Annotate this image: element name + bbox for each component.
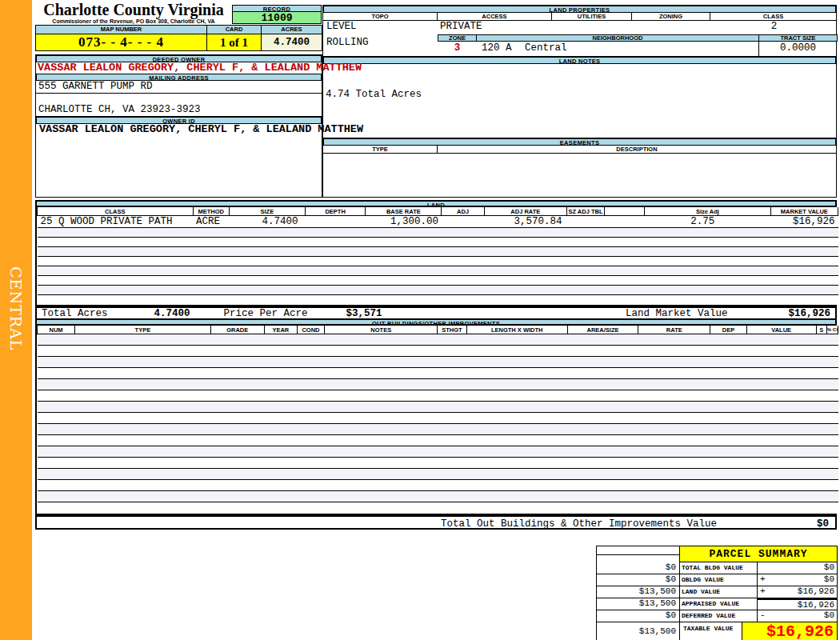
land-notes-area: 4.74 Total Acres: [323, 64, 836, 138]
row-label: TOTAL BLDG VALUE: [680, 562, 758, 574]
empty-row: [38, 368, 838, 379]
empty-row: [38, 357, 838, 368]
out-buildings-table: NUM TYPE GRADE YEAR COND NOTES STHGT LEN…: [37, 326, 838, 514]
outb-col-type: TYPE: [75, 326, 211, 334]
empty-row: [38, 228, 838, 238]
zoning-label: ZONING: [632, 13, 710, 20]
empty-row: [38, 266, 838, 276]
land-section: LAND CLASS METHOD SIZE DEPTH BASE RATE A…: [35, 200, 837, 321]
owner-panel: DEEDED OWNER VASSAR LEALON GREGORY, CHER…: [35, 54, 322, 198]
empty-row: [38, 402, 838, 413]
row-value: $0: [824, 574, 834, 586]
empty-row: [38, 469, 838, 480]
land-cell-base-rate: 1,300.00: [366, 216, 442, 228]
empty-row: [38, 458, 838, 469]
price-per-acre-value: $3,571: [346, 308, 382, 319]
land-col-sz-adj-tbl: SZ ADJ TBL: [566, 207, 604, 216]
out-buildings-section-label: OUT BUILDINGS/OTHER IMPROVEMENTS: [35, 318, 837, 326]
topo-value-1: LEVEL: [326, 22, 357, 32]
parcel-summary-row-land: $13,500 LAND VALUE +$16,926: [597, 586, 837, 598]
row-label: APPRAISED VALUE: [680, 598, 758, 610]
easements-header: TYPE DESCRIPTION: [323, 146, 836, 154]
card-col: CARD 1 of 1: [207, 26, 262, 50]
empty-row: [38, 413, 838, 424]
land-properties-panel: LAND PROPERTIES TOPO ACCESS UTILITIES ZO…: [322, 5, 837, 198]
property-record-card: CENTRAL Charlotte County Virginia Commis…: [0, 0, 840, 640]
empty-row: [38, 424, 838, 435]
mailing-address-line1: 555 GARNETT PUMP RD: [36, 81, 322, 94]
utilities-label: UTILITIES: [552, 13, 632, 20]
outb-col-notes: NOTES: [325, 326, 438, 334]
class-value: 2: [710, 22, 838, 32]
land-table-header-row: CLASS METHOD SIZE DEPTH BASE RATE ADJ AD…: [38, 207, 838, 216]
county-title: Charlotte County Virginia: [35, 2, 232, 18]
out-buildings-empty-rows: [38, 334, 838, 514]
out-buildings-header-row: NUM TYPE GRADE YEAR COND NOTES STHGT LEN…: [38, 326, 838, 334]
parcel-summary-taxable-row: $13,500 TAXABLE VALUE $16,926: [597, 622, 837, 640]
tract-size-label: TRACT SIZE: [758, 34, 838, 42]
district-label: CENTRAL: [7, 266, 25, 350]
neighborhood-label: NEIGHBORHOOD: [476, 34, 759, 42]
record-label: RECORD: [232, 5, 322, 12]
map-number-col: MAP NUMBER 073- - 4- - - 4: [36, 26, 207, 50]
empty-row: [38, 491, 838, 502]
parcel-summary: PARCEL SUMMARY $0 TOTAL BLDG VALUE $0 $0…: [596, 546, 838, 640]
outb-col-length-width: LENGTH X WIDTH: [466, 326, 567, 334]
out-buildings-table-box: NUM TYPE GRADE YEAR COND NOTES STHGT LEN…: [35, 326, 837, 515]
land-col-size-adj: Size Adj: [645, 207, 770, 216]
empty-row: [38, 446, 838, 458]
mailing-address-gap: [36, 94, 322, 104]
owner-id-value: VASSAR LEALON GREGORY, CHERYL F, & LEALA…: [36, 124, 322, 135]
row-value: $0: [824, 562, 834, 574]
total-acres-value: 4.7400: [154, 308, 190, 319]
parcel-summary-row-deferred: $0 DEFERRED VALUE -$0: [597, 610, 837, 622]
county-subtitle: Commissioner of the Revenue, PO Box 308,…: [35, 18, 232, 25]
access-label: ACCESS: [438, 13, 552, 20]
land-properties-label: LAND PROPERTIES: [323, 6, 836, 13]
empty-row: [38, 286, 838, 295]
row-value: $0: [824, 610, 834, 622]
land-data-row: 25 Q WOOD PRIVATE PATH ACRE 4.7400 1,300…: [38, 216, 838, 228]
land-properties-header: TOPO ACCESS UTILITIES ZONING CLASS: [323, 13, 836, 21]
land-table: CLASS METHOD SIZE DEPTH BASE RATE ADJ AD…: [37, 207, 838, 305]
land-cell-blank: [605, 216, 645, 228]
parcel-summary-title: PARCEL SUMMARY: [680, 546, 837, 562]
easement-type-label: TYPE: [323, 146, 438, 153]
land-col-base-rate: BASE RATE: [366, 207, 442, 216]
topo-value-2: ROLLING: [326, 38, 369, 48]
parcel-summary-prior-header: [597, 546, 680, 562]
land-col-method: METHOD: [193, 207, 229, 216]
row-op: +: [760, 574, 766, 586]
land-col-market-value: MARKET VALUE: [770, 207, 838, 216]
empty-row: [38, 390, 838, 402]
land-cell-depth: [305, 216, 365, 228]
acres-label: ACRES: [262, 26, 322, 34]
outb-col-rate: RATE: [638, 326, 710, 334]
easements-label: EASEMENTS: [323, 138, 836, 146]
land-cell-adj: [442, 216, 484, 228]
outb-col-grade: GRADE: [210, 326, 264, 334]
outb-col-area-size: AREA/SIZE: [567, 326, 638, 334]
outb-col-s: S: [816, 326, 826, 334]
prior-value: $13,500: [597, 586, 680, 598]
row-label: OBLDG VALUE: [680, 574, 758, 586]
easement-description-label: DESCRIPTION: [438, 146, 836, 153]
empty-row: [38, 379, 838, 390]
deeded-owner-value: VASSAR LEALON GREGORY, CHERYL F, & LEALA…: [36, 62, 322, 74]
land-market-value: $16,926: [788, 308, 830, 319]
land-col-size: SIZE: [229, 207, 305, 216]
parcel-summary-row-obldg: $0 OBLDG VALUE +$0: [597, 574, 837, 586]
land-market-value-label: Land Market Value: [626, 308, 728, 319]
tract-size-divider: [758, 42, 759, 56]
land-cell-method: ACRE: [193, 216, 229, 228]
out-buildings-section: OUT BUILDINGS/OTHER IMPROVEMENTS NUM TYP…: [35, 318, 837, 530]
access-value: PRIVATE: [440, 22, 482, 32]
land-properties-values: LEVEL ROLLING PRIVATE 2 ZONE NEIGHBORHOO…: [323, 21, 836, 57]
land-col-adj-rate: ADJ RATE: [484, 207, 566, 216]
land-col-class: CLASS: [38, 207, 194, 216]
empty-row: [38, 502, 838, 514]
land-table-box: CLASS METHOD SIZE DEPTH BASE RATE ADJ AD…: [35, 207, 837, 306]
empty-row: [38, 238, 838, 247]
prior-value: $0: [597, 574, 680, 586]
mailing-address-label: MAILING ADDRESS: [36, 74, 322, 81]
